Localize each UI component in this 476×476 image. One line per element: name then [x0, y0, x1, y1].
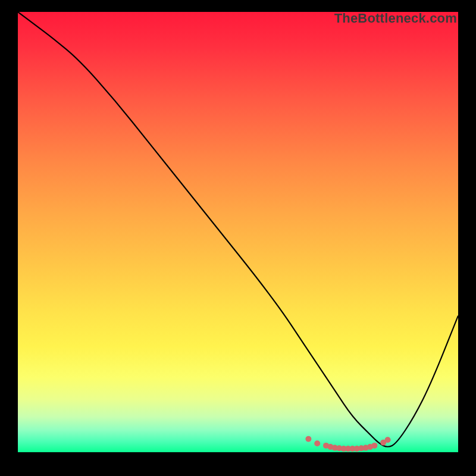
tick-dot [385, 437, 391, 443]
chart-svg [18, 12, 458, 452]
tick-dot [305, 436, 311, 442]
chart-canvas: TheBottleneck.com [18, 12, 458, 452]
bottleneck-curve [18, 12, 458, 447]
tick-dot [371, 443, 377, 449]
tick-dot [314, 440, 320, 446]
minimum-tick-marks [305, 436, 390, 452]
